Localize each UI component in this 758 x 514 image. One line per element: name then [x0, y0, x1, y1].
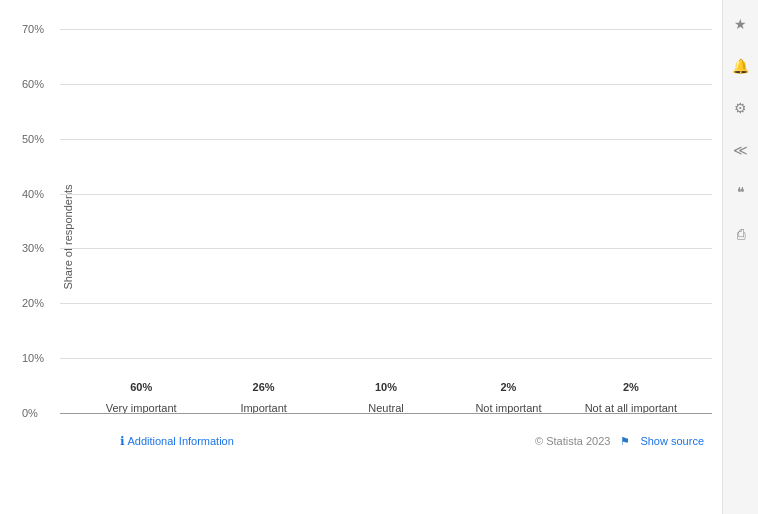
chart-wrapper: Share of respondents 70%60%50%40%30%20%1…	[60, 20, 712, 454]
bar-value-label: 60%	[130, 381, 152, 393]
bar-group: 60%Very important	[80, 381, 202, 414]
bar-group: 10%Neutral	[325, 381, 447, 414]
quote-icon[interactable]: ❝	[727, 178, 755, 206]
bar-value-label: 26%	[253, 381, 275, 393]
grid-line-label: 10%	[22, 352, 44, 364]
grid-line-label: 60%	[22, 78, 44, 90]
bar-group: 26%Important	[202, 381, 324, 414]
footer-right: © Statista 2023 ⚑ Show source	[535, 435, 704, 448]
share-icon[interactable]: ≪	[727, 136, 755, 164]
statista-logo: © Statista 2023	[535, 435, 610, 447]
print-icon[interactable]: ⎙	[727, 220, 755, 248]
footer: ℹ Additional Information © Statista 2023…	[60, 428, 712, 454]
bar-value-label: 2%	[500, 381, 516, 393]
grid-line-label: 40%	[22, 188, 44, 200]
bar-value-label: 10%	[375, 381, 397, 393]
gear-icon[interactable]: ⚙	[727, 94, 755, 122]
grid-line-label: 70%	[22, 23, 44, 35]
bars-container: 60%Very important26%Important10%Neutral2…	[60, 30, 712, 414]
chart-area: Share of respondents 70%60%50%40%30%20%1…	[0, 0, 722, 514]
grid-line-label: 30%	[22, 242, 44, 254]
flag-icon: ⚑	[620, 435, 630, 448]
main-container: Share of respondents 70%60%50%40%30%20%1…	[0, 0, 758, 514]
bar-group: 2%Not important	[447, 381, 569, 414]
show-source-link[interactable]: Show source	[640, 435, 704, 447]
x-axis-line	[60, 413, 712, 414]
bar-value-label: 2%	[623, 381, 639, 393]
bar-group: 2%Not at all important	[570, 381, 692, 414]
star-icon[interactable]: ★	[727, 10, 755, 38]
additional-info-link[interactable]: ℹ Additional Information	[120, 434, 234, 448]
grid-line-label: 20%	[22, 297, 44, 309]
plot-area: 70%60%50%40%30%20%10%0% 60%Very importan…	[60, 30, 712, 414]
grid-line-label: 50%	[22, 133, 44, 145]
sidebar: ★🔔⚙≪❝⎙	[722, 0, 758, 514]
grid-line-label: 0%	[22, 407, 38, 419]
bell-icon[interactable]: 🔔	[727, 52, 755, 80]
